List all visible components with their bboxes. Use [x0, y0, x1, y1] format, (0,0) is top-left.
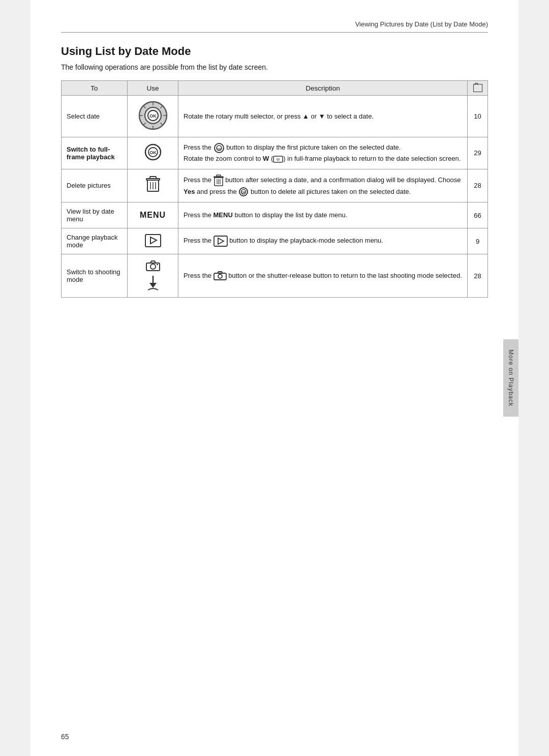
ok-inline-icon: OK — [214, 142, 225, 154]
row-desc-menu: Press the MENU button to display the lis… — [178, 202, 468, 228]
svg-text:OK: OK — [149, 150, 157, 155]
section-intro: The following operations are possible fr… — [61, 63, 488, 71]
table-row: Change playback mode Press the button to… — [62, 228, 488, 254]
row-desc-playback: Press the button to display the playback… — [178, 228, 468, 254]
row-ref-shooting: 28 — [468, 254, 488, 298]
section-title: Using List by Date Mode — [61, 45, 488, 58]
row-desc-shooting: Press the button or the shutter-release … — [178, 254, 468, 298]
col-header-description: Description — [178, 81, 468, 96]
svg-text:OK: OK — [149, 113, 157, 119]
row-desc-select-date: Rotate the rotary multi selector, or pre… — [178, 96, 468, 137]
book-icon — [473, 84, 482, 92]
svg-point-45 — [218, 274, 222, 278]
row-to-menu: View list by date menu — [62, 202, 128, 228]
header-text: Viewing Pictures by Date (List by Date M… — [355, 20, 488, 28]
row-use-fullframe: OK — [128, 137, 178, 169]
zoom-w-icon: W — [273, 156, 283, 163]
camera-inline-icon — [214, 271, 227, 281]
rotary-dial-icon: OK — [138, 101, 168, 130]
row-to-fullframe: Switch to full-frame playback — [62, 137, 128, 169]
svg-text:OK: OK — [217, 148, 222, 151]
shutter-release-icon — [145, 275, 161, 292]
svg-rect-37 — [214, 236, 227, 246]
svg-text:OK: OK — [241, 191, 246, 194]
table-row: Switch to full-frame playback OK Press t… — [62, 137, 488, 169]
row-ref-select-date: 10 — [468, 96, 488, 137]
trash-icon — [145, 176, 161, 194]
page-number: 65 — [61, 733, 69, 741]
svg-text:W: W — [277, 158, 280, 161]
ok-inline-icon2: OK — [238, 187, 249, 197]
table-row: Delete pictures — [62, 169, 488, 202]
ok-button-icon: OK — [144, 143, 162, 161]
svg-rect-35 — [145, 235, 161, 247]
play-button-icon — [145, 234, 161, 247]
col-header-ref — [468, 81, 488, 96]
row-to-shooting: Switch to shooting mode — [62, 254, 128, 298]
row-to-delete: Delete pictures — [62, 169, 128, 202]
row-ref-delete: 28 — [468, 169, 488, 202]
table-row: Switch to shooting mode — [62, 254, 488, 298]
menu-button-label: MENU — [140, 211, 166, 219]
table-row: Select date — [62, 96, 488, 137]
row-ref-playback: 9 — [468, 228, 488, 254]
col-header-to: To — [62, 81, 128, 96]
trash-inline-icon — [214, 175, 224, 187]
row-to-playback: Change playback mode — [62, 228, 128, 254]
row-ref-menu: 66 — [468, 202, 488, 228]
camera-icon — [145, 259, 161, 272]
row-desc-delete: Press the button after selecting a date,… — [178, 169, 468, 202]
svg-point-40 — [150, 264, 156, 269]
row-use-select-date: OK — [128, 96, 178, 137]
sidebar-tab: More on Playback — [503, 339, 518, 417]
table-row: View list by date menu MENU Press the ME… — [62, 202, 488, 228]
row-use-menu: MENU — [128, 202, 178, 228]
row-to-select-date: Select date — [62, 96, 128, 137]
play-inline-icon — [214, 236, 228, 247]
page-header: Viewing Pictures by Date (List by Date M… — [61, 20, 488, 33]
row-use-delete — [128, 169, 178, 202]
row-use-playback — [128, 228, 178, 254]
row-use-shooting — [128, 254, 178, 298]
row-ref-fullframe: 29 — [468, 137, 488, 169]
svg-rect-41 — [157, 264, 158, 265]
page-container: Viewing Pictures by Date (List by Date M… — [30, 0, 518, 756]
svg-marker-43 — [149, 283, 157, 288]
operations-table: To Use Description Select date — [61, 80, 488, 298]
row-desc-fullframe: Press the OK button to display the first… — [178, 137, 468, 169]
col-header-use: Use — [128, 81, 178, 96]
